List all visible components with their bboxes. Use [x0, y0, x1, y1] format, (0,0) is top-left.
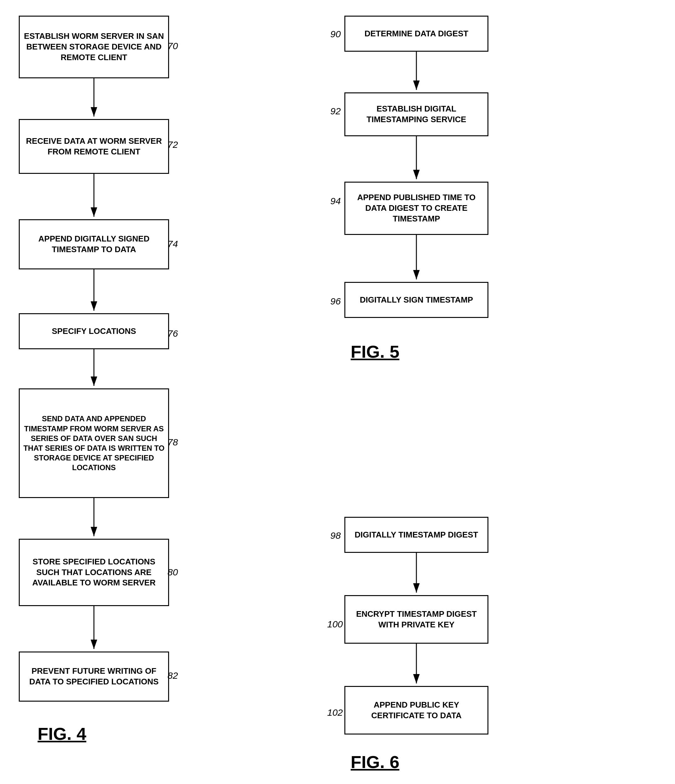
box-prevent-writing: PREVENT FUTURE WRITING OF DATA TO SPECIF… [19, 652, 169, 702]
fig5-label: FIG. 5 [351, 341, 399, 362]
box-append-published-time: APPEND PUBLISHED TIME TO DATA DIGEST TO … [344, 182, 489, 235]
ref-102: 102 [327, 707, 343, 718]
ref-72: 72 [168, 139, 178, 150]
ref-80: 80 [168, 567, 178, 577]
fig6-label: FIG. 6 [351, 752, 399, 772]
ref-74: 74 [168, 239, 178, 249]
box-digitally-sign: DIGITALLY SIGN TIMESTAMP [344, 282, 489, 318]
box-append-timestamp: APPEND DIGITALLY SIGNED TIMESTAMP TO DAT… [19, 219, 169, 269]
ref-70: 70 [168, 41, 178, 51]
ref-94: 94 [330, 196, 341, 207]
diagram-container: ESTABLISH WORM SERVER IN SAN BETWEEN STO… [0, 0, 675, 784]
box-digitally-timestamp-digest: DIGITALLY TIMESTAMP DIGEST [344, 517, 489, 553]
ref-92: 92 [330, 106, 341, 117]
ref-76: 76 [168, 328, 178, 339]
box-encrypt-timestamp: ENCRYPT TIMESTAMP DIGEST WITH PRIVATE KE… [344, 595, 489, 644]
box-determine-digest: DETERMINE DATA DIGEST [344, 16, 489, 52]
fig4-label: FIG. 4 [37, 723, 87, 744]
ref-78: 78 [168, 437, 178, 448]
box-append-public-key: APPEND PUBLIC KEY CERTIFICATE TO DATA [344, 686, 489, 734]
box-send-data: SEND DATA AND APPENDED TIMESTAMP FROM WO… [19, 388, 169, 498]
box-receive-data: RECEIVE DATA AT WORM SERVER FROM REMOTE … [19, 119, 169, 174]
ref-82: 82 [168, 670, 178, 681]
box-establish-worm-server: ESTABLISH WORM SERVER IN SAN BETWEEN STO… [19, 16, 169, 78]
box-specify-locations: SPECIFY LOCATIONS [19, 313, 169, 349]
ref-100: 100 [327, 619, 343, 630]
ref-90: 90 [330, 29, 341, 39]
box-establish-timestamping: ESTABLISH DIGITAL TIMESTAMPING SERVICE [344, 92, 489, 136]
ref-98: 98 [330, 530, 341, 541]
ref-96: 96 [330, 296, 341, 306]
box-store-locations: STORE SPECIFIED LOCATIONS SUCH THAT LOCA… [19, 539, 169, 606]
